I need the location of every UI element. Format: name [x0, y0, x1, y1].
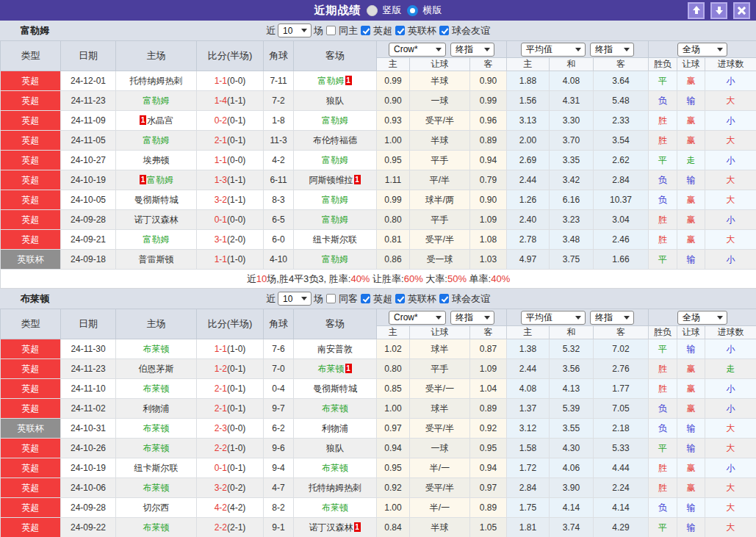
league-type-cell: 英超: [1, 190, 61, 210]
final-average-select[interactable]: 终指: [590, 311, 634, 325]
halftime-score: (0-2): [227, 483, 245, 493]
score-cell: 3-1(2-0): [197, 230, 264, 250]
col-header-corner: 角球: [264, 309, 294, 339]
league-checkbox-epl[interactable]: [361, 26, 370, 35]
league-checkbox-eflcup[interactable]: [395, 26, 405, 35]
sub-header-handicap-result: 让球: [677, 326, 705, 339]
final-odds-select[interactable]: 终指: [450, 311, 494, 325]
home-team-cell: 布莱顿: [116, 379, 197, 399]
avg-draw-cell: 3.70: [550, 131, 594, 151]
league-checkbox-eflcup[interactable]: [395, 294, 405, 303]
vertical-radio[interactable]: [367, 5, 378, 16]
home-odds-cell: 0.97: [377, 419, 410, 439]
score-cell: 3-2(1-1): [197, 190, 264, 210]
date-cell: 24-09-28: [61, 210, 116, 230]
handicap-cell: 半/一: [410, 498, 470, 518]
score-cell: 1-1(0-0): [197, 151, 264, 170]
match-count-select[interactable]: 10: [278, 292, 312, 306]
col-header-score: 比分(半场): [197, 41, 264, 71]
handicap-result-cell: 赢: [677, 230, 705, 250]
away-team-cell: 狼队: [294, 91, 377, 111]
league-checkbox-friendly[interactable]: [439, 294, 449, 303]
away-odds-cell: 0.89: [470, 498, 507, 518]
fulltime-score: 1-1: [215, 76, 227, 86]
goals-cell: 大: [705, 170, 756, 190]
close-button[interactable]: [733, 2, 750, 19]
match-count-select[interactable]: 10: [278, 24, 312, 37]
avg-away-cell: 2.18: [594, 419, 649, 439]
sub-header-result: 胜负: [649, 326, 677, 339]
result-cell: 胜: [649, 359, 677, 379]
chevron-down-icon: [484, 48, 490, 51]
league-label-friendly: 球会友谊: [452, 24, 490, 37]
horizontal-radio-label[interactable]: 横版: [423, 4, 442, 17]
avg-away-cell: 1.77: [594, 379, 649, 399]
away-team-name: 富勒姆: [322, 115, 348, 126]
chevron-down-icon: [624, 316, 630, 320]
league-label-epl: 英超: [373, 292, 392, 306]
match-row: 英联杯24-10-31布莱顿2-3(0-0)6-2利物浦0.97受平/半0.92…: [1, 419, 756, 439]
away-odds-cell: 0.92: [470, 419, 507, 439]
vertical-radio-label[interactable]: 竖版: [383, 4, 402, 17]
league-checkbox-epl[interactable]: [361, 294, 370, 303]
away-odds-cell: 1.05: [470, 518, 507, 537]
league-type-cell: 英超: [1, 151, 61, 170]
same-venue-checkbox[interactable]: [326, 294, 336, 303]
handicap-result-cell: 赢: [677, 458, 705, 478]
chevron-down-icon: [717, 316, 723, 320]
away-team-name: 富勒姆: [322, 215, 348, 225]
league-type-cell: 英超: [1, 518, 61, 537]
team-section: 富勒姆 近 10 场 同主 英超 英联杯 球会友谊: [0, 21, 756, 289]
score-cell: 0-2(0-1): [197, 111, 264, 131]
average-odds-select[interactable]: 平均值: [521, 43, 586, 57]
result-group-header: 全场: [649, 309, 756, 326]
final-average-select[interactable]: 终指: [590, 43, 634, 57]
match-row: 英超24-11-23伯恩茅斯1-2(0-1)7-0布莱顿10.80平手1.092…: [1, 359, 756, 379]
move-up-button[interactable]: [688, 2, 705, 19]
avg-away-cell: 4.44: [594, 458, 649, 478]
halftime-score: (0-1): [227, 115, 245, 126]
final-odds-select[interactable]: 终指: [450, 43, 494, 57]
halftime-score: (2-1): [227, 522, 245, 533]
corner-cell: 9-7: [264, 399, 294, 419]
chevron-down-icon: [575, 48, 581, 51]
home-team-name: 富勒姆: [143, 135, 170, 145]
home-team-cell: 曼彻斯特城: [116, 190, 197, 210]
goals-cell: 大: [705, 91, 756, 111]
halftime-score: (1-0): [227, 443, 245, 453]
away-odds-cell: 1.08: [470, 230, 507, 250]
goals-cell: 大: [705, 478, 756, 498]
avg-draw-cell: 4.30: [550, 439, 594, 458]
result-cell: 平: [649, 250, 677, 270]
average-odds-select[interactable]: 平均值: [521, 311, 586, 325]
home-odds-cell: 0.80: [377, 359, 410, 379]
goals-cell: 小: [705, 111, 756, 131]
home-team-cell: 布莱顿: [116, 339, 197, 359]
section-header: 布莱顿 近 10 场 同客 英超 英联杯 球会友谊: [0, 289, 756, 309]
halftime-score: (0-0): [227, 155, 245, 165]
away-odds-cell: 0.96: [470, 111, 507, 131]
summary-label: 近: [247, 273, 256, 284]
home-team-cell: 纽卡斯尔联: [116, 458, 197, 478]
odds-source-select[interactable]: Crow*: [389, 311, 446, 325]
halftime-score: (0-1): [227, 383, 245, 394]
red-card-badge: 1: [140, 115, 146, 125]
home-team-cell: 1富勒姆: [116, 170, 197, 190]
away-team-cell: 南安普敦: [294, 339, 377, 359]
corner-cell: 7-11: [264, 71, 294, 91]
full-match-select[interactable]: 全场: [677, 311, 727, 325]
home-team-cell: 富勒姆: [116, 230, 197, 250]
move-down-button[interactable]: [710, 2, 727, 19]
horizontal-radio[interactable]: [407, 5, 418, 16]
home-team-name: 布莱顿: [143, 483, 170, 493]
col-header-date: 日期: [61, 41, 116, 71]
full-match-select[interactable]: 全场: [677, 43, 727, 57]
odds-source-select[interactable]: Crow*: [389, 43, 446, 57]
league-checkbox-friendly[interactable]: [439, 26, 449, 35]
fulltime-score: 2-1: [215, 135, 227, 145]
same-venue-checkbox[interactable]: [326, 26, 336, 35]
date-cell: 24-10-31: [61, 419, 116, 439]
sub-header-handicap: 让球: [410, 326, 470, 339]
home-team-name: 托特纳姆热刺: [130, 76, 183, 86]
league-type-cell: 英联杯: [1, 419, 61, 439]
